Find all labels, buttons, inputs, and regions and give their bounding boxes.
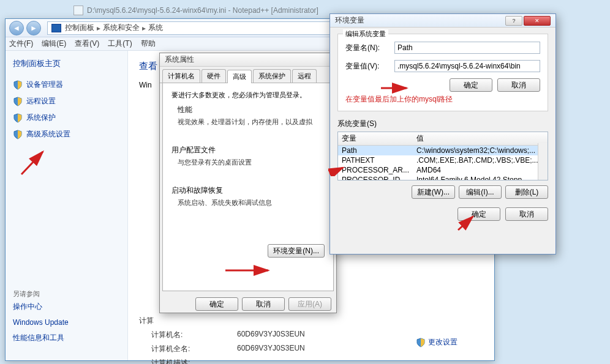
sysprop-tabstrip: 计算机名 硬件 高级 系统保护 远程 <box>160 67 336 83</box>
envdlg-cancel-button[interactable]: 取消 <box>505 207 548 221</box>
ok-label: 确定 <box>472 209 486 220</box>
chevron-right-icon: ▸ <box>142 24 146 32</box>
envdlg-title-text: 环境变量 <box>335 15 364 26</box>
change-settings-link[interactable]: 更改设置 <box>416 337 457 347</box>
sysprop-ok-button[interactable]: 确定 <box>195 297 238 311</box>
sidebar: 控制面板主页 设备管理器 远程设置 系统保护 高级系统设置 另请参阅 操作中心 … <box>6 51 128 360</box>
sysprop-buttons: 确定 取消 应用(A) <box>160 294 336 314</box>
menu-edit[interactable]: 编辑(E) <box>42 39 66 49</box>
sidebar-item-advanced[interactable]: 高级系统设置 <box>10 126 122 143</box>
envdlg-body: 编辑系统变量 变量名(N): 变量值(V): 确定 取消 在变量值最后加上你的m… <box>330 28 555 226</box>
col-variable[interactable]: 变量 <box>338 132 413 146</box>
sysvar-row-processor-id[interactable]: PROCESSOR_ID...Intel64 Family 6 Model 42… <box>338 175 548 180</box>
info-label: 计算机名: <box>151 330 237 340</box>
cancel-label: 取消 <box>519 209 534 220</box>
envdlg-footer: 确定 取消 <box>337 207 548 221</box>
var-value-input[interactable] <box>394 60 540 72</box>
info-label: 计算机描述: <box>151 358 237 364</box>
edit-ok-button[interactable]: 确定 <box>450 78 492 92</box>
sidebar-item-label: 远程设置 <box>26 96 56 106</box>
crumb-3[interactable]: 系统 <box>148 23 163 33</box>
sidebar-item-label: 系统保护 <box>26 113 56 123</box>
edit-cancel-button[interactable]: 取消 <box>497 78 540 92</box>
sysvar-row-pathext[interactable]: PATHEXT.COM;.EXE;.BAT;.CMD;.VBS;.VBE;... <box>338 155 548 165</box>
help-button[interactable]: ? <box>505 16 522 26</box>
sidebar-item-label: 高级系统设置 <box>26 129 70 139</box>
cell-var: PATHEXT <box>338 155 413 165</box>
edit-variable-button[interactable]: 编辑(I)... <box>459 185 502 199</box>
del-label: 删除(L) <box>515 187 539 198</box>
var-name-row: 变量名(N): <box>345 42 540 54</box>
tab-hardware[interactable]: 硬件 <box>201 69 226 83</box>
delete-variable-button[interactable]: 删除(L) <box>505 185 548 199</box>
ok-label: 确定 <box>209 299 224 310</box>
shield-icon <box>416 338 426 347</box>
crumb-2[interactable]: 系统和安全 <box>103 23 140 33</box>
sysprop-intro: 要进行大多数更改，您必须作为管理员登录。 <box>171 91 325 100</box>
sysvar-row-processor-arch[interactable]: PROCESSOR_AR...AMD64 <box>338 165 548 175</box>
tab-advanced[interactable]: 高级 <box>227 70 252 83</box>
ok-label: 确定 <box>464 80 478 91</box>
var-value-row: 变量值(V): <box>345 60 540 72</box>
sidebar-header: 控制面板主页 <box>10 58 122 69</box>
nav-back-button[interactable]: ◄ <box>9 21 24 35</box>
notepad-icon <box>73 6 83 15</box>
close-button[interactable]: ✕ <box>524 16 551 26</box>
cell-val: Intel64 Family 6 Model 42 Stepp <box>413 175 548 180</box>
sidebar-item-protection[interactable]: 系统保护 <box>10 110 122 126</box>
sidebar-item-remote[interactable]: 远程设置 <box>10 93 122 110</box>
var-value-label: 变量值(V): <box>345 61 394 72</box>
sysprop-cancel-button[interactable]: 取消 <box>242 297 285 311</box>
computer-section-header: 计算 <box>139 316 483 326</box>
menu-view[interactable]: 查看(V) <box>75 39 99 49</box>
col-value[interactable]: 值 <box>413 132 548 146</box>
nav-forward-button[interactable]: ► <box>26 21 41 35</box>
menu-tools[interactable]: 工具(T) <box>108 39 132 49</box>
perf-desc: 视觉效果，处理器计划，内存使用，以及虚拟 <box>178 117 325 127</box>
crumb-1[interactable]: 控制面板 <box>65 23 94 33</box>
new-variable-button[interactable]: 新建(W)... <box>412 185 455 199</box>
tab-remote[interactable]: 远程 <box>292 69 317 83</box>
environment-variables-dialog: 环境变量 ? ✕ 编辑系统变量 变量名(N): 变量值(V): 确定 取消 在变… <box>329 13 556 254</box>
env-btn-label: 环境变量(N)... <box>273 246 319 256</box>
tab-protection[interactable]: 系统保护 <box>253 69 291 83</box>
info-value: 60D69V3YJ0S3EUN <box>237 330 305 340</box>
new-label: 新建(W)... <box>417 187 450 198</box>
sysprop-apply-button[interactable]: 应用(A) <box>288 297 331 311</box>
edit-group-title: 编辑系统变量 <box>343 29 388 39</box>
see-also-windows-update[interactable]: Windows Update <box>10 315 122 330</box>
edit-label: 编辑(I)... <box>466 187 494 198</box>
see-also-action-center[interactable]: 操作中心 <box>10 299 122 315</box>
shield-icon <box>13 130 23 139</box>
envdlg-ok-button[interactable]: 确定 <box>457 207 500 221</box>
info-value: 60D69V3YJ0S3EUN <box>237 344 305 354</box>
cell-var: PROCESSOR_ID... <box>338 175 413 180</box>
sysvars-list[interactable]: 变量 值 PathC:\windows\system32;C:\windows;… <box>337 132 548 180</box>
info-row-description: 计算机描述: <box>151 358 483 364</box>
apply-label: 应用(A) <box>298 299 322 310</box>
menu-file[interactable]: 文件(F) <box>9 39 33 49</box>
sysvar-row-path[interactable]: PathC:\windows\system32;C:\windows;... <box>338 146 548 156</box>
see-also-performance[interactable]: 性能信息和工具 <box>10 330 122 346</box>
menu-help[interactable]: 帮助 <box>141 39 156 49</box>
cancel-label: 取消 <box>511 80 526 91</box>
cell-var: Path <box>338 146 413 156</box>
cell-var: PROCESSOR_AR... <box>338 165 413 175</box>
perf-title: 性能 <box>178 105 325 115</box>
system-properties-dialog: 系统属性 计算机名 硬件 高级 系统保护 远程 要进行大多数更改，您必须作为管理… <box>159 53 337 313</box>
sysprop-tab-body: 要进行大多数更改，您必须作为管理员登录。 性能 视觉效果，处理器计划，内存使用，… <box>162 83 334 291</box>
profile-desc: 与您登录有关的桌面设置 <box>178 158 325 167</box>
environment-variables-button[interactable]: 环境变量(N)... <box>268 244 325 258</box>
tab-computer-name[interactable]: 计算机名 <box>162 69 200 83</box>
envdlg-titlebar: 环境变量 ? ✕ <box>330 14 555 28</box>
sysprop-titlebar: 系统属性 <box>160 53 336 67</box>
sidebar-item-device-manager[interactable]: 设备管理器 <box>10 76 122 93</box>
system-variables-section: 系统变量(S) 变量 值 PathC:\windows\system32;C:\… <box>337 119 548 199</box>
edit-variable-group: 编辑系统变量 变量名(N): 变量值(V): 确定 取消 在变量值最后加上你的m… <box>337 34 548 111</box>
shield-icon <box>13 97 23 106</box>
cancel-label: 取消 <box>256 299 271 310</box>
cell-val: AMD64 <box>413 165 548 175</box>
cell-val: C:\windows\system32;C:\windows;... <box>413 146 548 156</box>
sysvars-scrollbar[interactable] <box>538 143 548 180</box>
var-name-input[interactable] <box>394 42 540 54</box>
